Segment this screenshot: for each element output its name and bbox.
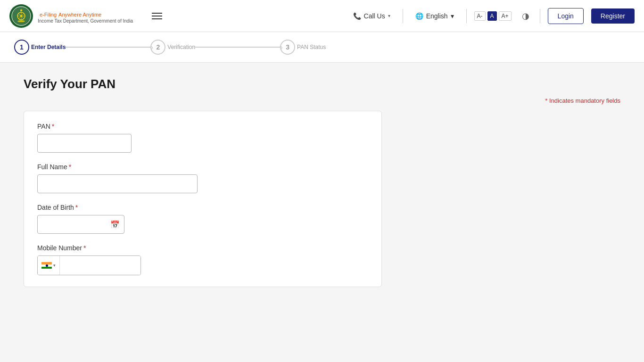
contrast-icon: ◑ bbox=[522, 11, 529, 21]
form-card: PAN* Full Name* Date of Birth* 📅 Mobile bbox=[24, 111, 382, 287]
font-decrease-button[interactable]: A- bbox=[474, 11, 486, 21]
header: 🏛 e-FilingAnywhere Anytime Income Tax De… bbox=[0, 0, 644, 32]
efiling-tagline: Anywhere Anytime bbox=[58, 12, 101, 17]
header-left: 🏛 e-FilingAnywhere Anytime Income Tax De… bbox=[9, 4, 162, 28]
header-right: 📞 Call Us ▾ 🌐 English ▾ A- A A+ ◑ Login … bbox=[348, 8, 635, 24]
step-1-label: Enter Details bbox=[31, 44, 66, 50]
divider-3 bbox=[540, 9, 540, 23]
india-flag bbox=[41, 262, 52, 269]
mobile-input-wrapper: ▾ bbox=[37, 255, 141, 275]
call-us-label: Call Us bbox=[364, 12, 385, 20]
main-content: Verify Your PAN * Indicates mandatory fi… bbox=[0, 63, 644, 360]
call-us-button[interactable]: 📞 Call Us ▾ bbox=[348, 9, 395, 23]
font-controls: A- A A+ bbox=[474, 11, 512, 21]
globe-icon: 🌐 bbox=[415, 12, 423, 20]
dob-required: * bbox=[75, 204, 78, 211]
font-increase-button[interactable]: A+ bbox=[499, 11, 512, 21]
step-2-header: 2 Verification bbox=[150, 40, 195, 55]
mandatory-note-text: Indicates mandatory fields bbox=[549, 97, 620, 104]
pan-group: PAN* bbox=[37, 123, 368, 153]
step-3-header: 3 PAN Status bbox=[280, 40, 326, 55]
footer-buttons: Cancel Continue › bbox=[0, 360, 644, 362]
step-2: 2 Verification bbox=[150, 40, 195, 55]
logo-subtitle: Income Tax Department, Government of Ind… bbox=[38, 18, 133, 24]
svg-point-8 bbox=[17, 20, 25, 22]
stepper-bar: 1 Enter Details 2 Verification 3 bbox=[0, 32, 644, 63]
chevron-down-icon: ▾ bbox=[388, 13, 390, 18]
step-1-header: 1 Enter Details bbox=[14, 40, 66, 55]
fullname-group: Full Name* bbox=[37, 163, 368, 193]
hamburger-line2 bbox=[152, 16, 162, 16]
flag-stripe-green bbox=[41, 267, 52, 269]
divider-2 bbox=[466, 9, 467, 23]
chevron-down-icon-lang: ▾ bbox=[451, 12, 454, 20]
country-dropdown-arrow: ▾ bbox=[53, 263, 56, 268]
step-2-label: Verification bbox=[167, 44, 195, 50]
logo-text: e-FilingAnywhere Anytime Income Tax Depa… bbox=[38, 8, 133, 24]
efiling-main: e-Filing bbox=[40, 12, 57, 17]
country-selector[interactable]: ▾ bbox=[38, 256, 60, 275]
pan-required: * bbox=[52, 123, 54, 130]
logo-emblem: 🏛 bbox=[9, 4, 33, 28]
fullname-input[interactable] bbox=[37, 174, 198, 193]
mandatory-note: * Indicates mandatory fields bbox=[24, 97, 620, 104]
fullname-label: Full Name* bbox=[37, 163, 368, 171]
dob-group: Date of Birth* 📅 bbox=[37, 204, 368, 234]
divider-1 bbox=[403, 9, 403, 23]
mobile-label: Mobile Number* bbox=[37, 244, 368, 252]
step-1-circle: 1 bbox=[14, 40, 29, 55]
pan-input[interactable] bbox=[37, 134, 132, 153]
font-default-button[interactable]: A bbox=[487, 11, 497, 21]
mobile-group: Mobile Number* ▾ bbox=[37, 244, 368, 275]
mandatory-asterisk: * bbox=[545, 97, 547, 104]
mobile-required: * bbox=[83, 244, 86, 252]
stepper: 1 Enter Details 2 Verification 3 bbox=[14, 40, 630, 55]
step-3-label: PAN Status bbox=[297, 44, 326, 50]
page-title: Verify Your PAN bbox=[24, 77, 620, 91]
fullname-required: * bbox=[69, 163, 71, 171]
register-button[interactable]: Register bbox=[591, 8, 635, 24]
contrast-toggle-button[interactable]: ◑ bbox=[519, 10, 532, 22]
phone-icon: 📞 bbox=[353, 12, 361, 20]
hamburger-line1 bbox=[152, 13, 162, 14]
step-3: 3 PAN Status bbox=[280, 40, 326, 55]
hamburger-line3 bbox=[152, 18, 162, 19]
language-label: English bbox=[426, 12, 448, 20]
svg-text:🏛: 🏛 bbox=[20, 9, 23, 12]
dob-label: Date of Birth* bbox=[37, 204, 368, 211]
pan-label: PAN* bbox=[37, 123, 368, 130]
step-1: 1 Enter Details bbox=[14, 40, 66, 55]
language-selector[interactable]: 🌐 English ▾ bbox=[411, 9, 459, 23]
connector-1-2 bbox=[66, 47, 150, 48]
logo-efiling: e-FilingAnywhere Anytime bbox=[38, 8, 133, 18]
mobile-input[interactable] bbox=[60, 256, 141, 275]
connector-2-3 bbox=[195, 47, 280, 48]
date-input-wrapper: 📅 bbox=[37, 215, 124, 234]
calendar-icon[interactable]: 📅 bbox=[110, 220, 120, 229]
hamburger-menu[interactable] bbox=[152, 13, 162, 19]
login-button[interactable]: Login bbox=[548, 8, 584, 24]
